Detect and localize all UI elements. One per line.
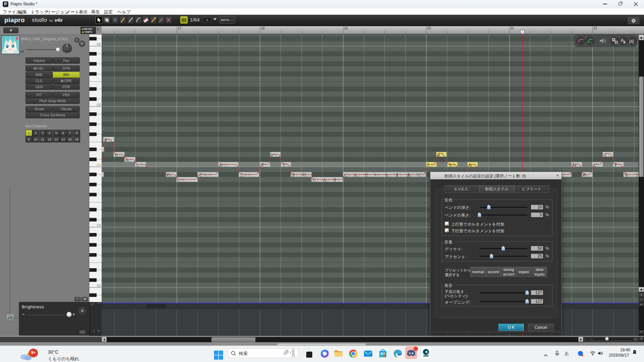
svg-text:く: く [603, 152, 607, 157]
svg-text:C4: C4 [97, 163, 101, 167]
svg-text:A: A [623, 41, 626, 44]
svg-text:V: V [590, 41, 592, 44]
svg-text:C3: C3 [97, 224, 101, 227]
svg-text:z: z [634, 350, 635, 353]
svg-text:C6: C6 [97, 43, 101, 46]
svg-text:S: S [615, 41, 618, 44]
svg-text:P: P [613, 38, 615, 42]
svg-text:C2: C2 [97, 284, 101, 287]
svg-text:[a]: [a] [629, 39, 634, 44]
svg-text:ね: ね [572, 162, 577, 167]
svg-text:C5: C5 [97, 103, 101, 106]
